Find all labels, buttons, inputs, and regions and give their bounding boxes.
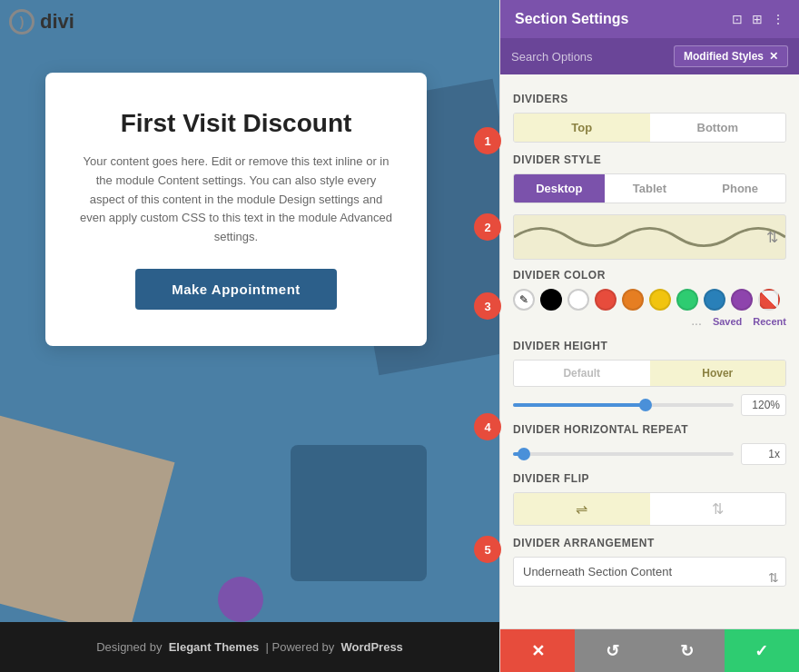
color-red[interactable] — [595, 289, 617, 311]
style-select-arrow: ⇅ — [766, 229, 778, 246]
tab-default[interactable]: Default — [514, 361, 650, 386]
dividers-label: Dividers — [513, 93, 786, 105]
repeat-slider-track[interactable] — [513, 452, 734, 456]
height-slider-value[interactable]: 120% — [741, 394, 786, 416]
saved-link[interactable]: Saved — [713, 316, 742, 331]
card-text: Your content goes here. Edit or remove t… — [77, 153, 395, 247]
tab-bottom[interactable]: Bottom — [650, 114, 786, 142]
save-button[interactable]: ✓ — [725, 629, 799, 672]
tab-hover[interactable]: Hover — [650, 361, 786, 386]
tab-phone[interactable]: Phone — [695, 174, 785, 203]
flip-vertical-icon: ⇅ — [712, 501, 724, 517]
footer-text: Designed by Elegant Themes | Powered by … — [96, 640, 403, 654]
bg-shape-dark — [291, 445, 427, 581]
color-black[interactable] — [540, 289, 562, 311]
modified-styles-text: Modified Styles — [684, 50, 764, 63]
flip-horizontal-tab[interactable]: ⇌ — [514, 493, 650, 525]
color-white[interactable] — [567, 289, 589, 311]
saved-recent-row: ··· Saved Recent — [513, 316, 786, 331]
make-appointment-button[interactable]: Make Appointment — [135, 269, 337, 310]
redo-button[interactable]: ↻ — [650, 629, 725, 672]
color-blue[interactable] — [704, 289, 725, 311]
divider-color-label: Divider Color — [513, 269, 786, 282]
eyedropper-tool[interactable]: ✎ — [513, 289, 535, 311]
top-bottom-tabs: Top Bottom — [513, 113, 786, 143]
divider-flip-label: Divider Flip — [513, 472, 786, 485]
color-yellow[interactable] — [649, 289, 671, 311]
step-badge-3: 3 — [474, 292, 501, 320]
right-panel: Section Settings ⊡ ⊞ ⋮ Search Options Mo… — [499, 0, 799, 672]
modified-styles-close[interactable]: ✕ — [769, 50, 778, 63]
divider-repeat-label: Divider Horizontal Repeat — [513, 423, 786, 436]
height-slider-thumb[interactable] — [639, 399, 652, 411]
tab-desktop[interactable]: Desktop — [514, 174, 605, 203]
step-badge-5: 5 — [474, 536, 501, 563]
tab-tablet[interactable]: Tablet — [605, 174, 695, 203]
divi-logo-circle: ) — [9, 9, 35, 35]
device-tabs: Desktop Tablet Phone — [513, 173, 786, 203]
flip-horizontal-icon: ⇌ — [576, 501, 587, 517]
dots-icon: ··· — [691, 316, 702, 331]
repeat-slider-row: 1x — [513, 443, 786, 465]
height-tabs: Default Hover — [513, 360, 786, 387]
divider-style-label: Divider Style — [513, 153, 786, 166]
purple-avatar — [218, 577, 263, 622]
step-badge-1: 1 — [474, 127, 501, 154]
modified-styles-badge[interactable]: Modified Styles ✕ — [674, 45, 788, 67]
panel-content: Dividers Top Bottom Divider Style Deskto… — [500, 74, 799, 628]
color-purple[interactable] — [731, 289, 753, 311]
tab-top[interactable]: Top — [514, 114, 650, 142]
arrangement-select-wrapper: Underneath Section Content Above Section… — [513, 557, 786, 598]
panel-header: Section Settings ⊡ ⊞ ⋮ — [500, 0, 799, 38]
undo-button[interactable]: ↺ — [575, 629, 649, 672]
bg-shape-tan — [0, 416, 174, 638]
divi-logo-text: divi — [40, 10, 74, 34]
columns-icon[interactable]: ⊞ — [752, 12, 763, 26]
bottom-action-bar: ✕ ↺ ↻ ✓ — [500, 628, 799, 672]
divi-logo: ) divi — [9, 9, 74, 35]
arrangement-select[interactable]: Underneath Section Content Above Section… — [513, 557, 786, 587]
color-swatches-row: ✎ — [513, 289, 786, 311]
panel-title: Section Settings — [515, 11, 628, 27]
more-icon[interactable]: ⋮ — [772, 12, 784, 26]
height-slider-fill — [513, 403, 646, 407]
cancel-button[interactable]: ✕ — [500, 629, 575, 672]
footer-bar: Designed by Elegant Themes | Powered by … — [0, 622, 499, 672]
divider-style-preview[interactable]: ⇅ — [513, 214, 786, 260]
flip-tab-group: ⇌ ⇅ — [513, 492, 786, 526]
height-slider-track[interactable] — [513, 403, 734, 407]
panel-header-icons: ⊡ ⊞ ⋮ — [732, 12, 784, 26]
step-badge-2: 2 — [474, 213, 501, 241]
step-badge-4: 4 — [474, 413, 501, 440]
height-slider-row: 120% — [513, 394, 786, 416]
card-title: First Visit Discount — [77, 109, 395, 138]
recent-link[interactable]: Recent — [753, 316, 786, 331]
repeat-slider-thumb[interactable] — [518, 448, 530, 460]
responsive-icon[interactable]: ⊡ — [732, 12, 743, 26]
flip-vertical-tab[interactable]: ⇅ — [650, 493, 786, 525]
color-orange[interactable] — [622, 289, 644, 311]
content-card: First Visit Discount Your content goes h… — [45, 73, 427, 346]
elegant-themes: Elegant Themes — [169, 640, 260, 654]
repeat-slider-value[interactable]: 1x — [741, 443, 786, 465]
divider-height-label: Divider Height — [513, 340, 786, 352]
search-bar: Search Options Modified Styles ✕ — [500, 38, 799, 74]
divider-arrangement-label: Divider Arrangement — [513, 537, 786, 549]
color-green[interactable] — [676, 289, 698, 311]
wordpress-brand: WordPress — [340, 640, 402, 654]
left-panel: ) divi First Visit Discount Your content… — [0, 0, 499, 672]
color-striped[interactable] — [758, 289, 780, 311]
search-options-label: Search Options — [511, 50, 593, 64]
